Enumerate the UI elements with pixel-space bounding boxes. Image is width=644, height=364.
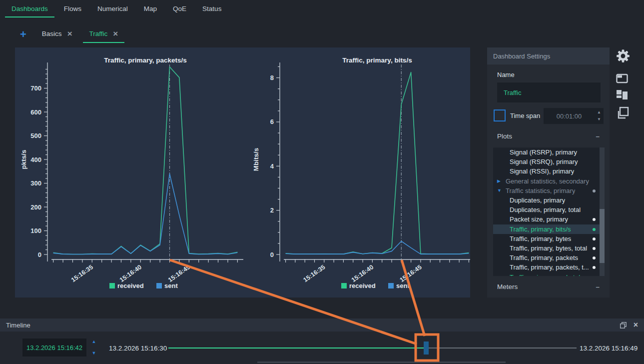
- traffic-charts[interactable]: 010020030040050060070015:16:3515:16:4015…: [15, 48, 470, 298]
- tab-basics[interactable]: Basics×: [35, 26, 79, 43]
- timeline-title: Timeline: [6, 322, 30, 329]
- x-tick-label: 15:16:40: [350, 264, 375, 284]
- plot-item[interactable]: ▼Traffic statistics, primary: [493, 186, 605, 196]
- tab-label: Basics: [42, 30, 62, 38]
- legend-received-label: received: [117, 282, 144, 290]
- timeline-remaining-track[interactable]: [429, 348, 577, 348]
- received-series-line: [286, 72, 469, 254]
- plot-visible-dot: [593, 247, 596, 250]
- plot-item-label: General statistics, secondary: [506, 178, 589, 185]
- plot-item[interactable]: Duplicates, primary: [493, 196, 605, 205]
- plot-item-label: Traffic statistics, primary: [506, 187, 575, 194]
- nav-item-qoe[interactable]: QoE: [166, 3, 193, 18]
- sent-series-line: [53, 174, 238, 254]
- nav-item-status[interactable]: Status: [196, 3, 228, 18]
- meters-section-header: Meters –: [487, 283, 610, 290]
- panel-title-text: Dashboard Settings: [493, 52, 550, 60]
- chart-title: Traffic, primary, packets/s: [104, 56, 187, 64]
- close-timeline-icon[interactable]: ×: [634, 321, 638, 329]
- dashboard-layout-icon[interactable]: [616, 89, 628, 103]
- expand-arrow-icon[interactable]: ▶: [497, 178, 506, 184]
- plot-item-label: Traffic, primary, bytes: [510, 235, 571, 242]
- plot-item[interactable]: Traffic, primary, packets, t...: [493, 262, 605, 272]
- tabs-container: Basics×Traffic×: [35, 26, 124, 43]
- plot-item[interactable]: Duplicates, primary, total: [493, 205, 605, 214]
- y-tick-label: 4: [270, 162, 274, 170]
- y-tick-label: 500: [30, 132, 41, 140]
- plot-visible-dot: [593, 238, 596, 240]
- dashboard-settings-panel: Dashboard Settings Name Time span ▲ ▼ Pl…: [487, 48, 610, 298]
- plot-item-label: Traffic, primary, packets: [510, 254, 578, 262]
- nav-item-flows[interactable]: Flows: [57, 3, 88, 18]
- plot-item[interactable]: Signal (RSRQ), primary: [493, 157, 605, 166]
- legend-sent-label: sent: [396, 282, 410, 290]
- nav-item-numerical[interactable]: Numerical: [91, 3, 134, 18]
- y-tick-label: 2: [270, 206, 274, 214]
- legend-received-label: received: [349, 282, 376, 290]
- y-tick-label: 200: [30, 204, 41, 211]
- plot-item[interactable]: Packet size, primary: [493, 214, 605, 224]
- legend-sent-swatch: [156, 283, 162, 288]
- plot-item[interactable]: ▶General statistics, secondary: [493, 176, 605, 186]
- timeline-spin-arrows: ▲ ▼: [90, 340, 98, 356]
- y-tick-label: 300: [30, 180, 41, 187]
- spin-down-icon[interactable]: ▼: [595, 118, 604, 122]
- plots-section-header: Plots –: [487, 132, 610, 140]
- name-label: Name: [497, 71, 515, 78]
- spin-down-icon[interactable]: ▼: [90, 351, 98, 356]
- plot-item[interactable]: Signal (RSSI), primary: [493, 166, 605, 176]
- plot-visible-dot: [593, 190, 596, 192]
- legend-sent-swatch: [388, 283, 394, 288]
- plot-item-label: Duplicates, primary, total: [510, 206, 581, 214]
- horizontal-scrollbar[interactable]: [257, 362, 506, 363]
- sent-series-line: [286, 242, 469, 254]
- plot-item[interactable]: Signal (RSRP), primary: [493, 148, 605, 157]
- main-nav: DashboardsFlowsNumericalMapQoEStatus: [5, 3, 228, 18]
- plot-item[interactable]: Traffic, primary, bytes, total: [493, 244, 605, 253]
- plot-item[interactable]: Traffic, primary, packets: [493, 253, 605, 262]
- add-tab-button[interactable]: +: [15, 29, 31, 43]
- chart-title: Traffic, primary, bits/s: [342, 56, 412, 64]
- x-tick-label: 15:16:35: [70, 264, 94, 284]
- timeline-panel: ▲ ▼ 13.2.2026 15:16:30 13.2.2026 15:16:4…: [0, 332, 644, 364]
- new-window-icon[interactable]: [616, 74, 628, 86]
- plot-item-label: Signal (RSRP), primary: [510, 148, 577, 156]
- y-tick-label: 700: [30, 84, 41, 92]
- collapse-arrow-icon[interactable]: ▼: [497, 188, 506, 193]
- spin-up-icon[interactable]: ▲: [90, 340, 98, 344]
- nav-item-dashboards[interactable]: Dashboards: [5, 3, 54, 18]
- nav-item-map[interactable]: Map: [137, 3, 163, 18]
- timeline-titlebar: Timeline ×: [0, 318, 644, 332]
- tab-close-icon[interactable]: ×: [67, 30, 72, 38]
- plot-item-label: Signal (RSSI), primary: [510, 168, 574, 175]
- restore-window-icon[interactable]: [620, 322, 627, 328]
- plot-visible-dot: [593, 218, 596, 221]
- plots-scrollbar-thumb[interactable]: [600, 209, 605, 263]
- plot-item-label: Packet size, primary: [510, 216, 568, 223]
- time-span-arrows: ▲ ▼: [595, 110, 604, 122]
- plot-visible-dot: [593, 266, 596, 269]
- time-span-input[interactable]: [544, 112, 595, 120]
- tab-traffic[interactable]: Traffic×: [83, 26, 125, 43]
- plot-item[interactable]: Traffic, primary, packets/s: [493, 272, 605, 276]
- duplicate-view-icon[interactable]: [616, 106, 629, 122]
- timeline-datetime-input[interactable]: [22, 338, 86, 356]
- dashboard-name-input[interactable]: [497, 82, 601, 102]
- panel-title: Dashboard Settings: [487, 48, 610, 64]
- app-window: DashboardsFlowsNumericalMapQoEStatus + B…: [0, 0, 644, 364]
- plots-section-label: Plots: [497, 132, 512, 140]
- settings-gear-icon[interactable]: [616, 49, 630, 65]
- plots-scrollbar[interactable]: [600, 148, 605, 276]
- y-tick-label: 0: [270, 251, 274, 258]
- y-tick-label: 8: [270, 74, 274, 82]
- tab-close-icon[interactable]: ×: [113, 30, 118, 38]
- plot-item[interactable]: Traffic, primary, bytes: [493, 234, 605, 244]
- meters-collapse-button[interactable]: –: [596, 283, 600, 290]
- charts-panel[interactable]: 010020030040050060070015:16:3515:16:4015…: [15, 48, 470, 298]
- timeline-position-marker[interactable]: [424, 342, 429, 354]
- time-span-checkbox[interactable]: [494, 110, 506, 122]
- timeline-elapsed-track[interactable]: [168, 348, 424, 348]
- spin-up-icon[interactable]: ▲: [595, 110, 604, 114]
- plot-item[interactable]: Traffic, primary, bits/s: [493, 224, 605, 234]
- plots-collapse-button[interactable]: –: [596, 132, 600, 140]
